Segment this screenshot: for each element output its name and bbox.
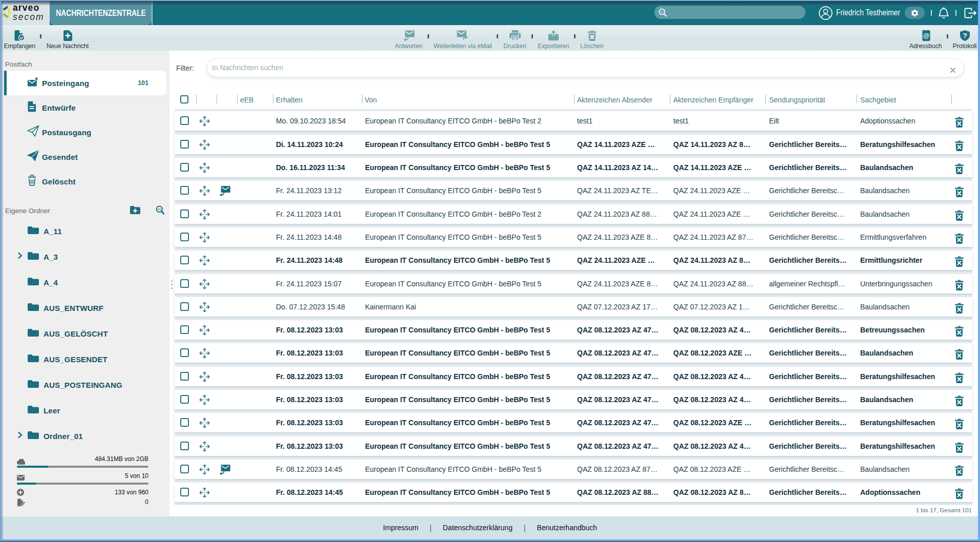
svg-text:@: @ — [923, 32, 930, 39]
svg-text:?: ? — [963, 32, 967, 39]
